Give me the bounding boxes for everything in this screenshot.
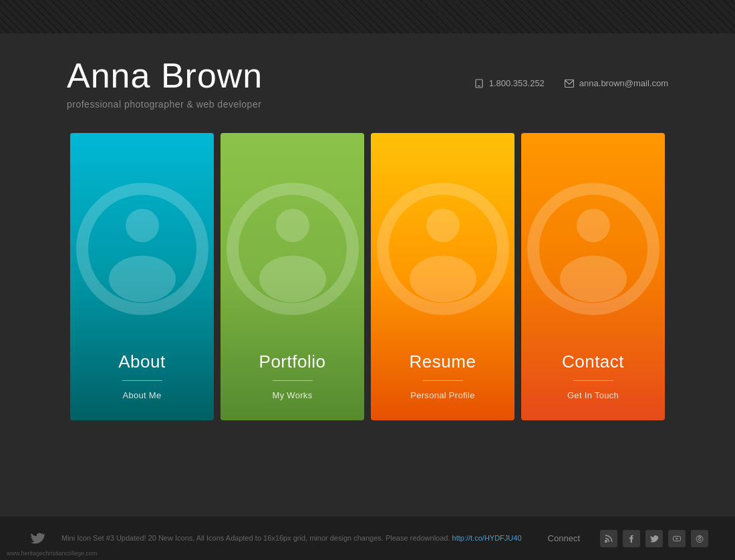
rss-icon[interactable] [600, 530, 617, 547]
connect-label: Connect [548, 533, 580, 543]
card-bg-letter-contact [527, 182, 660, 340]
svg-point-12 [533, 189, 653, 309]
card-portfolio-divider [273, 380, 313, 381]
top-bar [0, 0, 735, 33]
phone-number: 1.800.353.252 [489, 78, 545, 88]
svg-point-15 [605, 540, 607, 543]
card-contact-title: Contact [521, 352, 665, 372]
card-contact-content: Contact Get In Touch [521, 352, 665, 400]
card-resume-title: Resume [371, 352, 514, 372]
svg-point-8 [259, 256, 326, 303]
card-about-divider [122, 380, 162, 381]
svg-point-11 [410, 256, 476, 303]
card-resume-content: Resume Personal Profile [371, 352, 514, 400]
svg-rect-1 [478, 86, 480, 86]
skype-icon[interactable] [691, 530, 708, 547]
footer-link[interactable]: http://t.co/HYDFJU40 [452, 534, 522, 542]
social-icons [600, 530, 708, 547]
svg-point-4 [126, 209, 159, 243]
card-portfolio-title: Portfolio [220, 352, 364, 372]
subtitle: professional photographer & web develope… [67, 99, 263, 110]
header: Anna Brown professional photographer & w… [67, 33, 668, 123]
name-title: Anna Brown [67, 57, 263, 95]
svg-point-3 [82, 189, 202, 309]
card-resume-subtitle: Personal Profile [371, 390, 514, 400]
header-left: Anna Brown professional photographer & w… [67, 57, 263, 110]
facebook-icon[interactable] [623, 530, 640, 547]
svg-point-13 [577, 209, 610, 243]
phone-contact: 1.800.353.252 [474, 78, 545, 88]
card-bg-letter-resume [376, 182, 510, 340]
card-resume[interactable]: Resume Personal Profile [371, 133, 514, 420]
card-contact-divider [573, 380, 613, 381]
header-right: 1.800.353.252 anna.brown@mail.com [474, 78, 668, 88]
svg-point-9 [383, 189, 503, 309]
cards-section: About About Me Portfolio My Works [67, 133, 668, 420]
svg-point-6 [233, 189, 353, 309]
card-portfolio-content: Portfolio My Works [220, 352, 364, 400]
card-about-title: About [70, 352, 214, 372]
email-icon [565, 79, 574, 88]
card-about-content: About About Me [70, 352, 214, 400]
svg-point-5 [109, 256, 176, 303]
youtube-icon[interactable] [668, 530, 686, 547]
svg-point-7 [276, 209, 309, 243]
card-about[interactable]: About About Me [70, 133, 214, 420]
svg-point-10 [426, 209, 460, 243]
main-content: Anna Brown professional photographer & w… [0, 33, 735, 420]
card-bg-letter-about [76, 182, 209, 340]
card-portfolio-subtitle: My Works [220, 390, 364, 400]
bottom-bar: Mini Icon Set #3 Updated! 20 New Icons, … [0, 517, 735, 560]
twitter-social-icon[interactable] [645, 530, 663, 547]
card-resume-divider [423, 380, 463, 381]
email-address: anna.brown@mail.com [579, 78, 668, 88]
card-bg-letter-portfolio [226, 182, 359, 340]
website-url: www.heritagechristiancollege.com [7, 550, 98, 557]
card-contact[interactable]: Contact Get In Touch [521, 133, 665, 420]
card-about-subtitle: About Me [70, 390, 214, 400]
svg-point-14 [560, 256, 627, 303]
email-contact: anna.brown@mail.com [565, 78, 668, 88]
card-contact-subtitle: Get In Touch [521, 390, 665, 400]
footer-tweet-text: Mini Icon Set #3 Updated! 20 New Icons, … [61, 533, 535, 544]
twitter-footer-icon [27, 528, 48, 549]
card-portfolio[interactable]: Portfolio My Works [220, 133, 364, 420]
phone-icon [474, 79, 484, 88]
